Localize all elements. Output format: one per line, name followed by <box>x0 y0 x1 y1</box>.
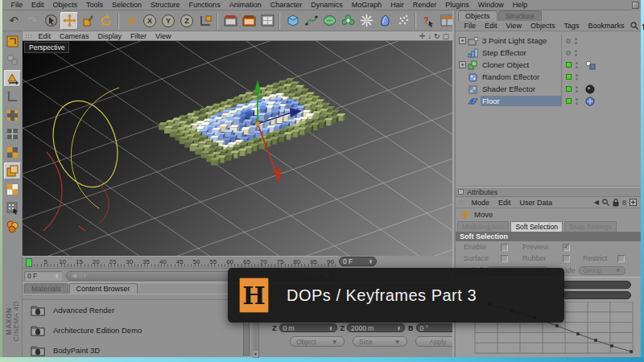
menu-item[interactable]: Selection <box>108 1 147 9</box>
shader-tag-icon[interactable] <box>584 84 596 94</box>
texture-axis-icon[interactable] <box>4 88 21 105</box>
workplane-icon[interactable] <box>4 181 21 198</box>
drag-grip[interactable] <box>25 294 32 299</box>
tab-structure[interactable]: Structure <box>498 10 543 21</box>
particles-icon[interactable] <box>394 12 412 30</box>
attributes-menu-item[interactable]: Mode <box>467 199 494 207</box>
menu-item[interactable]: Help <box>508 1 532 9</box>
link-icon[interactable]: 8 <box>622 199 626 207</box>
help-icon[interactable]: ? <box>419 12 437 30</box>
camera-label[interactable]: Perspective <box>24 42 69 53</box>
enable-toggle[interactable] <box>566 51 571 56</box>
rotate-view-icon[interactable]: ↻ <box>434 32 440 40</box>
visibility-dots[interactable] <box>576 98 578 105</box>
drag-grip[interactable] <box>458 200 465 205</box>
stepper-icon[interactable]: ▲▼ <box>369 259 373 264</box>
menu-item[interactable]: Edit <box>27 1 49 9</box>
enable-checkbox[interactable]: ✓ <box>501 244 508 251</box>
live-selection-icon[interactable] <box>42 12 60 30</box>
history-back-icon[interactable]: ◀ <box>594 199 599 206</box>
last-tool-icon[interactable] <box>122 12 140 30</box>
visibility-dots[interactable] <box>576 74 578 80</box>
stepper-icon[interactable]: ▲▼ <box>55 274 59 278</box>
menu-item[interactable]: MoGraph <box>347 1 386 9</box>
coord-input[interactable]: 0 m▲▼ <box>279 323 337 332</box>
maximize-view-icon[interactable]: ▢ <box>442 32 449 40</box>
object-manager-menu-item[interactable]: Objects <box>526 22 559 30</box>
object-manager-menu-item[interactable]: Tags <box>559 22 584 30</box>
drag-grip[interactable] <box>25 34 32 39</box>
attributes-menu-item[interactable]: Edit <box>494 199 516 207</box>
restrict-checkbox[interactable]: ✓ <box>617 255 625 262</box>
tab-soft-selection[interactable]: Soft Selection <box>510 221 562 232</box>
menu-item[interactable]: Plugins <box>441 1 474 9</box>
menu-item[interactable]: Hair <box>386 1 409 9</box>
redo-icon[interactable]: ↷ <box>23 12 41 30</box>
lock-z-axis-icon[interactable]: Z <box>178 12 196 30</box>
menu-item[interactable]: Animation <box>225 1 266 9</box>
lock-y-axis-icon[interactable]: Y <box>159 12 177 30</box>
coordinate-system-icon[interactable] <box>196 12 214 30</box>
rotate-tool-icon[interactable] <box>97 12 115 30</box>
current-frame-field[interactable]: 0 F▲▼ <box>24 271 62 281</box>
mode-dropdown[interactable]: Group▼ <box>579 266 625 275</box>
object-manager-menu-item[interactable]: File <box>460 22 481 30</box>
enable-toggle[interactable] <box>566 62 572 68</box>
model-mode-icon[interactable] <box>4 51 21 68</box>
object-dropdown[interactable]: Object▼ <box>290 336 345 347</box>
timeline-ruler[interactable]: 051015202530354045505560657075808590 <box>23 256 338 269</box>
menu-item[interactable]: Functions <box>184 1 225 9</box>
browser-list-item[interactable]: BodyPaint 3D <box>23 340 251 357</box>
object-manager-menu-item[interactable]: View <box>502 22 526 30</box>
lock-icon[interactable] <box>613 199 619 207</box>
make-editable-icon[interactable] <box>4 33 21 50</box>
tab-materials[interactable]: Materials <box>24 283 68 294</box>
window-corner-icon[interactable] <box>632 2 639 9</box>
coord-input[interactable]: 2000 m▲▼ <box>347 323 405 332</box>
viewport-canvas[interactable]: Perspective <box>23 41 452 256</box>
menu-item[interactable]: Objects <box>48 1 82 9</box>
visibility-dots[interactable] <box>576 86 578 93</box>
nurbs-icon[interactable] <box>320 12 338 30</box>
object-tree-item[interactable]: + Random Effector <box>456 71 641 83</box>
playhead[interactable] <box>26 258 32 267</box>
object-tree-item[interactable]: + Shader Effector <box>456 83 641 95</box>
viewport-menu-item[interactable]: Cameras <box>56 32 94 40</box>
browser-list-item[interactable]: Architecture Edition Demo <box>23 320 251 340</box>
deformer-icon[interactable] <box>357 12 375 30</box>
visibility-dots[interactable] <box>575 50 577 56</box>
enable-toggle[interactable] <box>566 86 572 92</box>
object-mode-icon[interactable] <box>4 70 21 87</box>
cube-primitive-icon[interactable] <box>283 12 301 30</box>
object-tree-item[interactable]: + Step Effector <box>456 47 641 59</box>
snap-settings-icon[interactable] <box>4 200 21 216</box>
render-settings-icon[interactable] <box>240 12 258 30</box>
search-icon[interactable] <box>602 199 609 206</box>
menu-item[interactable]: Render <box>408 1 441 9</box>
menu-item[interactable]: Structure <box>147 1 185 9</box>
expand-icon[interactable]: + <box>459 61 466 68</box>
enable-toggle[interactable] <box>566 98 572 104</box>
tab-snap-settings[interactable]: Snap Settings <box>564 221 617 232</box>
surface-checkbox[interactable]: ✓ <box>501 255 508 262</box>
pan-view-icon[interactable]: ✛ <box>419 32 426 40</box>
search-icon[interactable] <box>630 22 638 30</box>
viewport-menu-item[interactable]: View <box>151 32 175 40</box>
rubber-checkbox[interactable]: ✓ <box>563 255 570 262</box>
visibility-dots[interactable] <box>576 62 578 68</box>
spline-icon[interactable] <box>302 12 320 30</box>
picture-viewer-icon[interactable] <box>258 12 276 30</box>
stepper-icon[interactable]: ▲▼ <box>397 326 401 331</box>
tab-modeling-axis[interactable]: Modeling Axis <box>457 221 509 232</box>
viewport-menu-item[interactable]: Edit <box>34 32 56 40</box>
size-dropdown[interactable]: Size▼ <box>353 336 407 347</box>
move-tool-icon[interactable] <box>60 12 78 30</box>
attributes-menu-item[interactable]: User Data <box>515 199 557 207</box>
environment-icon[interactable] <box>376 12 394 30</box>
fcurve-field[interactable] <box>562 291 631 299</box>
browser-list-item[interactable]: Advanced Render <box>23 300 251 320</box>
object-manager-menu-item[interactable]: Bookmarks <box>584 22 629 30</box>
stepper-icon[interactable]: ▲▼ <box>329 326 333 331</box>
lock-x-axis-icon[interactable]: X <box>141 12 159 30</box>
expand-icon[interactable]: + <box>459 37 466 44</box>
